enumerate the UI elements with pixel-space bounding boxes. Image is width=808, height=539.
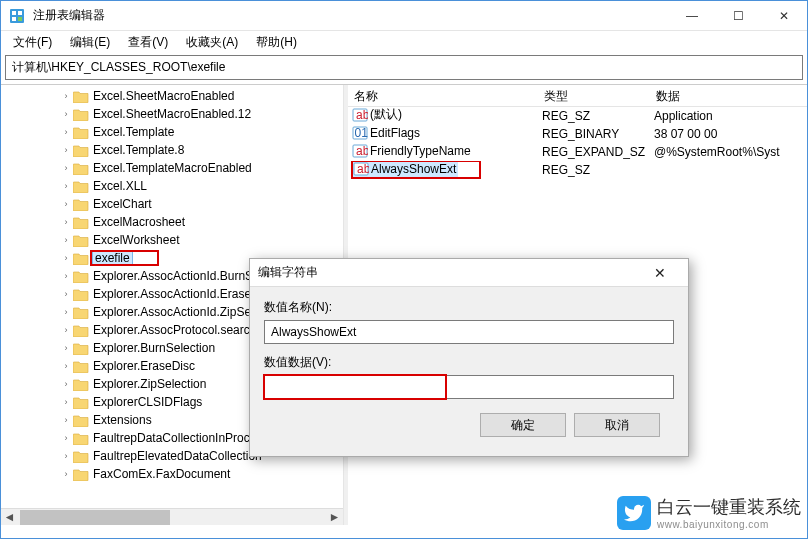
expander-icon[interactable]: › [59,161,73,175]
edit-string-dialog: 编辑字符串 ✕ 数值名称(N): 数值数据(V): 确定 取消 [249,258,689,457]
tree-label: ExplorerCLSIDFlags [91,395,204,409]
tree-item[interactable]: ›ExcelMacrosheet [1,213,343,231]
folder-icon [73,179,89,193]
menu-edit[interactable]: 编辑(E) [62,32,118,53]
tree-label: Explorer.AssocActionId.ZipSel [91,305,256,319]
tree-label: FaultrepDataCollectionInProc [91,431,252,445]
folder-icon [73,359,89,373]
folder-icon [73,467,89,481]
tree-item[interactable]: ›Excel.SheetMacroEnabled.12 [1,105,343,123]
tree-item[interactable]: ›Excel.XLL [1,177,343,195]
expander-icon[interactable]: › [59,323,73,337]
col-header-data[interactable]: 数据 [650,85,807,106]
folder-icon [73,269,89,283]
svg-rect-2 [18,11,22,15]
expander-icon[interactable]: › [59,413,73,427]
minimize-button[interactable]: — [669,1,715,30]
col-header-name[interactable]: 名称 [348,85,538,106]
expander-icon[interactable]: › [59,341,73,355]
expander-icon[interactable]: › [59,431,73,445]
address-bar[interactable]: 计算机\HKEY_CLASSES_ROOT\exefile [5,55,803,80]
menu-favorites[interactable]: 收藏夹(A) [178,32,246,53]
scroll-thumb[interactable] [20,510,170,525]
watermark: 白云一键重装系统 www.baiyunxitong.com [617,495,801,530]
expander-icon[interactable]: › [59,215,73,229]
tree-item[interactable]: ›Excel.TemplateMacroEnabled [1,159,343,177]
tree-item[interactable]: ›ExcelChart [1,195,343,213]
expander-icon[interactable]: › [59,449,73,463]
expander-icon[interactable]: › [59,287,73,301]
cancel-button[interactable]: 取消 [574,413,660,437]
folder-icon [73,431,89,445]
maximize-button[interactable]: ☐ [715,1,761,30]
tree-item[interactable]: ›Excel.SheetMacroEnabled [1,87,343,105]
svg-rect-1 [12,11,16,15]
expander-icon[interactable]: › [59,107,73,121]
tree-label: Explorer.ZipSelection [91,377,208,391]
value-row[interactable]: 011EditFlagsREG_BINARY38 07 00 00 [348,125,807,143]
dialog-titlebar[interactable]: 编辑字符串 ✕ [250,259,688,287]
value-data: @%SystemRoot%\Syst [650,145,807,159]
tree-label: Explorer.AssocActionId.EraseI [91,287,256,301]
tree-label: Excel.Template.8 [91,143,186,157]
tree-item[interactable]: ›Excel.Template.8 [1,141,343,159]
dialog-close-button[interactable]: ✕ [640,265,680,281]
folder-icon [73,233,89,247]
value-row[interactable]: abAlwaysShowExtREG_SZ [348,161,807,179]
watermark-text: 白云一键重装系统 [657,495,801,519]
ok-button[interactable]: 确定 [480,413,566,437]
expander-icon[interactable]: › [59,395,73,409]
tree-label: ExcelChart [91,197,154,211]
expander-icon[interactable]: › [59,359,73,373]
scroll-right-icon[interactable]: ► [326,509,343,526]
expander-icon[interactable]: › [59,305,73,319]
tree-label: Extensions [91,413,154,427]
tree-item[interactable]: ›ExcelWorksheet [1,231,343,249]
tree-label: Explorer.BurnSelection [91,341,217,355]
tree-label: ExcelWorksheet [91,233,181,247]
expander-icon[interactable]: › [59,125,73,139]
value-row[interactable]: abFriendlyTypeNameREG_EXPAND_SZ@%SystemR… [348,143,807,161]
value-name-input[interactable] [264,320,674,344]
folder-icon [73,107,89,121]
value-type: REG_BINARY [538,127,650,141]
tree-item[interactable]: ›FaxComEx.FaxDocument [1,465,343,483]
menu-help[interactable]: 帮助(H) [248,32,305,53]
tree-label: exefile [93,251,132,265]
tree-label: Excel.XLL [91,179,149,193]
menu-view[interactable]: 查看(V) [120,32,176,53]
value-row[interactable]: ab(默认)REG_SZApplication [348,107,807,125]
expander-icon[interactable]: › [59,377,73,391]
value-name: AlwaysShowExt [371,162,456,176]
folder-icon [73,377,89,391]
tree-label: Explorer.AssocActionId.BurnS [91,269,255,283]
value-data-input[interactable] [264,375,674,399]
tree-item[interactable]: ›Excel.Template [1,123,343,141]
list-header: 名称 类型 数据 [348,85,807,107]
value-list: ab(默认)REG_SZApplication011EditFlagsREG_B… [348,107,807,179]
expander-icon[interactable]: › [59,269,73,283]
expander-icon[interactable]: › [59,179,73,193]
col-header-type[interactable]: 类型 [538,85,650,106]
folder-icon [73,449,89,463]
tree-label: Explorer.AssocProtocol.searcl [91,323,254,337]
expander-icon[interactable]: › [59,233,73,247]
expander-icon[interactable]: › [59,467,73,481]
titlebar: 注册表编辑器 — ☐ ✕ [1,1,807,31]
scroll-left-icon[interactable]: ◄ [1,509,18,526]
close-button[interactable]: ✕ [761,1,807,30]
folder-icon [73,395,89,409]
menu-file[interactable]: 文件(F) [5,32,60,53]
folder-icon [73,215,89,229]
tree-scrollbar-horizontal[interactable]: ◄ ► [1,508,343,525]
tree-label: Excel.TemplateMacroEnabled [91,161,254,175]
expander-icon[interactable]: › [59,143,73,157]
regedit-icon [9,8,25,24]
folder-icon [73,341,89,355]
tree-label: Explorer.EraseDisc [91,359,197,373]
expander-icon[interactable]: › [59,197,73,211]
expander-icon[interactable]: › [59,89,73,103]
expander-icon[interactable]: › [59,251,73,265]
value-icon: ab [353,161,369,177]
value-data: 38 07 00 00 [650,127,807,141]
